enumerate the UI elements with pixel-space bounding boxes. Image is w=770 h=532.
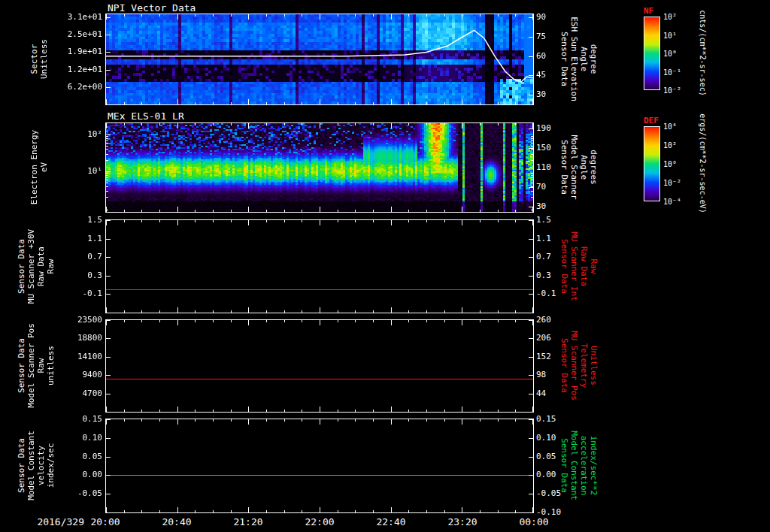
- x-tick-mark: [124, 102, 125, 104]
- y2-tick-mark: [529, 438, 533, 439]
- y-minor-tick: [531, 175, 533, 176]
- y-minor-tick: [106, 186, 108, 187]
- x-tick-mark: [124, 410, 125, 412]
- x-tick-mark: [213, 320, 214, 322]
- x-tick-mark: [444, 320, 445, 322]
- x-tick-mark: [266, 220, 267, 222]
- x-tick-mark: [195, 310, 196, 313]
- y-minor-tick: [531, 160, 533, 161]
- colorbar-tick-label: 10²: [663, 13, 677, 22]
- x-tick-mark: [498, 419, 499, 422]
- x-tick-mark: [141, 410, 142, 412]
- x-tick-mark: [498, 102, 499, 104]
- y-minor-tick: [531, 136, 533, 137]
- x-tick-mark: [391, 14, 392, 20]
- x-tick-mark: [284, 14, 285, 17]
- els-spectrogram: [106, 123, 533, 212]
- x-tick-mark: [532, 407, 533, 412]
- x-tick-mark: [302, 410, 302, 412]
- x-tick-mark: [231, 320, 232, 322]
- x-tick-mark: [195, 14, 196, 17]
- y2-tick-label: 110: [536, 163, 551, 172]
- x-tick-mark: [338, 320, 338, 322]
- y-minor-tick: [106, 138, 108, 139]
- y2-tick-label: 60: [536, 52, 546, 61]
- y-axis-label-model-constant: Model Constant: [26, 353, 36, 532]
- y-tick-mark: [106, 438, 111, 439]
- x-tick-mark: [106, 14, 107, 20]
- x-tick-mark: [426, 102, 427, 104]
- time-tick-label: 22:00: [297, 516, 342, 527]
- x-tick-mark: [462, 320, 462, 325]
- x-tick-mark: [444, 14, 445, 17]
- x-tick-mark: [338, 210, 338, 212]
- x-tick-mark: [159, 410, 160, 412]
- y2-tick-label: 0.15: [536, 415, 556, 424]
- colorbar-tick-label: 10⁴: [663, 122, 677, 131]
- x-tick-mark: [355, 220, 356, 222]
- x-tick-mark: [515, 123, 516, 125]
- x-tick-mark: [266, 510, 267, 512]
- x-tick-mark: [391, 320, 392, 325]
- x-tick-mark: [426, 419, 427, 422]
- time-tick-label: 00:00: [511, 516, 556, 527]
- x-tick-mark: [391, 220, 392, 225]
- y-minor-tick: [531, 197, 533, 198]
- x-tick-mark: [338, 14, 338, 17]
- x-tick-mark: [408, 310, 409, 313]
- x-tick-mark: [320, 220, 320, 225]
- y-tick-label: 18800: [66, 334, 102, 343]
- colorbar-unit-def: ergs/(cm**2-sr-sec-eV): [698, 51, 708, 277]
- x-tick-mark: [480, 410, 480, 412]
- x-tick-mark: [266, 14, 267, 17]
- x-tick-mark: [284, 320, 285, 322]
- time-tick-label: 20:00: [83, 516, 128, 527]
- x-tick-mark: [408, 210, 409, 212]
- x-tick-mark: [320, 419, 320, 425]
- x-tick-mark: [498, 210, 499, 212]
- x-tick-mark: [320, 207, 320, 212]
- x-tick-mark: [284, 123, 285, 125]
- colorbar-tick-label: 10⁻¹: [663, 68, 681, 77]
- x-tick-mark: [373, 102, 374, 104]
- y2-tick-label: 1.5: [536, 216, 551, 225]
- y2-tick-label: 0.3: [536, 271, 551, 280]
- x-tick-mark: [373, 210, 374, 212]
- x-tick-mark: [213, 220, 214, 222]
- y2-tick-label: 150: [536, 144, 551, 153]
- x-tick-mark: [426, 510, 427, 512]
- x-tick-mark: [444, 310, 445, 313]
- x-tick-mark: [124, 310, 125, 313]
- x-tick-mark: [391, 307, 392, 313]
- x-tick-mark: [177, 507, 178, 512]
- x-tick-mark: [373, 310, 374, 313]
- x-tick-mark: [284, 210, 285, 212]
- y-minor-tick: [106, 154, 108, 155]
- x-tick-mark: [480, 210, 480, 212]
- x-tick-mark: [532, 320, 533, 325]
- x-tick-mark: [373, 14, 374, 17]
- x-tick-mark: [195, 419, 196, 422]
- x-tick-mark: [141, 102, 142, 104]
- y2-tick-mark: [529, 394, 533, 394]
- y-minor-tick: [531, 186, 533, 187]
- x-tick-mark: [480, 123, 480, 125]
- x-tick-mark: [159, 123, 160, 125]
- panel-mu-scanner-30v: [105, 219, 534, 313]
- x-tick-mark: [266, 123, 267, 125]
- y2-axis-label-model-constant: acceleration: [579, 353, 589, 532]
- x-tick-mark: [515, 14, 516, 17]
- x-tick-mark: [480, 419, 480, 422]
- x-tick-mark: [195, 320, 196, 322]
- x-tick-mark: [462, 419, 462, 425]
- x-tick-mark: [231, 14, 232, 17]
- x-tick-mark: [231, 123, 232, 125]
- x-tick-mark: [373, 320, 374, 322]
- y2-tick-label: -0.10: [536, 508, 561, 517]
- x-tick-mark: [480, 510, 480, 512]
- x-tick-mark: [213, 123, 214, 125]
- y2-tick-mark: [529, 95, 533, 95]
- x-tick-mark: [426, 14, 427, 17]
- els-panel-title: MEx ELS-01 LR: [108, 110, 184, 122]
- colorbar-tick-label: 10⁻⁴: [663, 198, 681, 207]
